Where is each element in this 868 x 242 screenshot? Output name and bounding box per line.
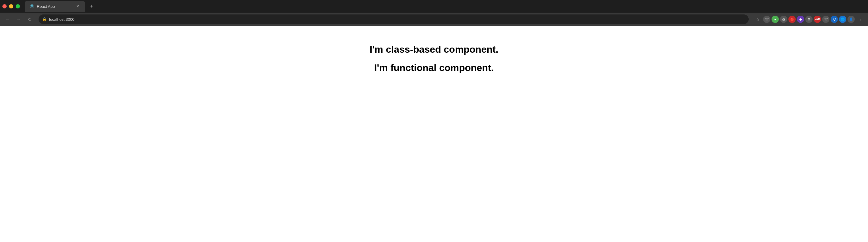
tab-favicon [30,4,34,9]
extension-red[interactable]: 🔴 [788,16,796,23]
toolbar: ← → ↻ 🔒 ☆ 🛡 ● ◑ 🔴 ◆ ⚙ YAB 🛡 ▽ 🌐 👤 ⋮ [0,13,868,26]
extension-settings[interactable]: ⚙ [805,16,812,23]
reload-button[interactable]: ↻ [25,15,34,24]
extension-shield2[interactable]: 🛡 [822,16,830,23]
react-icon [30,4,34,9]
address-bar-container: 🔒 [38,14,749,24]
extension-circle[interactable]: ◑ [780,16,787,23]
tab-title: React App [37,4,73,9]
tab-close-button[interactable]: ✕ [75,4,80,9]
extension-globe[interactable]: 🌐 [839,16,846,23]
bookmark-button[interactable]: ☆ [753,15,762,24]
browser-chrome: React App ✕ + ← → ↻ 🔒 ☆ 🛡 ● ◑ 🔴 ◆ ⚙ YAB … [0,0,868,26]
svg-point-0 [31,6,32,7]
back-button[interactable]: ← [4,15,12,24]
active-tab[interactable]: React App ✕ [25,1,85,12]
extension-user[interactable]: 👤 [847,16,855,23]
address-bar[interactable] [49,17,745,22]
class-component-text: I'm class-based component. [370,44,498,55]
tab-bar: React App ✕ + [0,0,868,13]
lock-icon: 🔒 [42,17,47,21]
extension-green[interactable]: ● [772,16,779,23]
window-controls [2,4,20,8]
extension-shield[interactable]: 🛡 [763,16,770,23]
forward-button[interactable]: → [14,15,23,24]
functional-component-text: I'm functional component. [374,62,494,73]
extension-v[interactable]: ▽ [831,16,838,23]
maximize-window-button[interactable] [16,4,20,8]
minimize-window-button[interactable] [9,4,13,8]
new-tab-button[interactable]: + [87,2,96,10]
extension-yab[interactable]: YAB [814,16,821,23]
toolbar-actions: ☆ 🛡 ● ◑ 🔴 ◆ ⚙ YAB 🛡 ▽ 🌐 👤 ⋮ [753,15,864,24]
browser-menu-button[interactable]: ⋮ [856,15,864,24]
page-content: I'm class-based component. I'm functiona… [0,26,868,242]
close-window-button[interactable] [2,4,7,8]
extension-purple[interactable]: ◆ [797,16,804,23]
